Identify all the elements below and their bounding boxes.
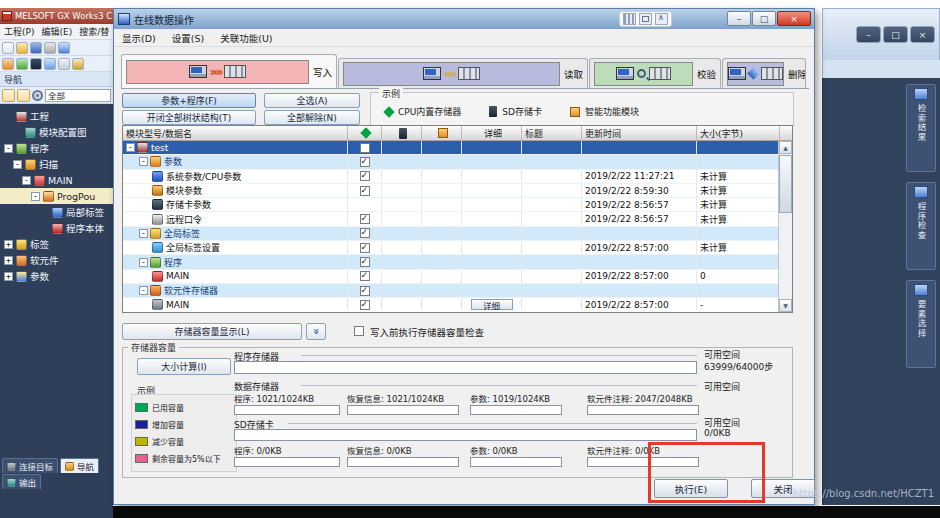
tree-item-progpou[interactable]: -ProgPou [0,188,113,204]
header-updated[interactable]: 更新时间 [582,126,697,140]
tool-icon-3[interactable] [30,58,42,70]
toggle-tree-button[interactable]: 开闭全部树状结构(T) [122,110,256,125]
menu-settings[interactable]: 设置(S) [172,31,204,45]
menu-display[interactable]: 显示(D) [122,31,156,45]
tree-item-local-label[interactable]: 局部标签 [0,204,113,220]
table-row[interactable]: -软元件存储器 [123,284,792,298]
tree-item-program[interactable]: -程序 [0,140,113,156]
tree-item-scan[interactable]: -扫描 [0,156,113,172]
dock-tab-1[interactable]: 检索结果 [906,84,936,172]
table-row[interactable]: MAIN详细2019/2/22 8:57:00- [123,298,792,310]
row-checkbox[interactable] [360,300,370,310]
row-checkbox[interactable] [360,186,370,196]
tool-icon-6[interactable] [72,58,84,70]
expand-toggle-icon[interactable]: - [4,144,13,153]
print-icon[interactable] [44,42,56,54]
expand-toggle-icon[interactable]: + [4,272,13,281]
tree-item-project[interactable]: 工程 [0,108,113,124]
expand-toggle-icon[interactable]: - [139,157,148,166]
table-row[interactable]: 模块参数2019/2/22 8:59:30未计算 [123,184,792,198]
dialog-maximize-button[interactable]: □ [752,11,776,26]
tool-icon-2[interactable] [16,58,28,70]
dock-tab-3[interactable]: 要素选择 [906,280,936,368]
tab-navigation[interactable]: 导航 [60,458,99,473]
row-checkbox[interactable] [360,271,370,281]
expand-icon[interactable] [639,13,652,25]
gear-icon[interactable] [32,90,43,101]
header-sd-card[interactable] [382,126,422,140]
help-icon[interactable] [58,42,70,54]
tree-item-label[interactable]: +标签 [0,236,113,252]
table-scrollbar[interactable]: ▲ ▼ [778,141,792,312]
header-title[interactable]: 标题 [522,126,582,140]
table-row[interactable]: MAIN2019/2/22 8:57:000 [123,270,792,284]
table-row[interactable]: -参数 [123,155,792,169]
chevron-up-icon[interactable] [655,13,668,25]
dialog-minimize-button[interactable]: – [727,11,751,26]
tool-icon-1[interactable] [2,58,14,70]
table-row[interactable]: 存储卡参数2019/2/22 8:56:57未计算 [123,198,792,212]
select-all-button[interactable]: 全选(A) [264,93,360,108]
save-icon[interactable] [30,42,42,54]
scrollbar-thumb[interactable] [779,155,792,213]
tab-output[interactable]: 输出 [2,474,41,489]
tree-item-parameter[interactable]: +参数 [0,268,113,284]
expand-toggle-icon[interactable]: - [139,229,148,238]
header-intelligent-module[interactable] [422,126,462,140]
tab-delete[interactable]: 删除 [722,58,806,88]
expand-toggle-icon[interactable]: - [13,160,22,169]
row-checkbox[interactable] [360,286,370,296]
row-checkbox[interactable] [360,214,370,224]
menu-related-functions[interactable]: 关联功能(U) [220,31,272,45]
table-row[interactable]: -test [123,141,792,155]
menu-edit[interactable]: 编辑(E) [41,25,72,38]
dock-tab-2[interactable]: 程序检查 [906,182,936,270]
param-program-button[interactable]: 参数+程序(F) [122,93,256,108]
row-checkbox[interactable] [360,157,370,167]
precheck-checkbox[interactable] [354,326,364,336]
nav-view-icon-2[interactable] [17,89,30,102]
tab-verify[interactable]: 校验 [589,58,721,88]
tree-item-program-body[interactable]: 程序本体 [0,220,113,236]
row-checkbox[interactable] [360,257,370,267]
header-size[interactable]: 大小(字节) [697,126,780,140]
close-button[interactable]: × [910,26,935,43]
row-checkbox[interactable] [360,228,370,238]
table-row[interactable]: 系统参数/CPU参数2019/2/22 11:27:21未计算 [123,170,792,184]
row-checkbox[interactable] [360,143,370,153]
menu-search[interactable]: 搜索/替 [79,25,109,38]
tab-connection-destination[interactable]: 连接目标 [2,458,58,473]
expand-toggle-icon[interactable]: - [22,176,31,185]
dialog-titlebar[interactable]: 在线数据操作 – □ × [114,9,814,29]
maximize-button[interactable]: □ [883,26,908,43]
grid-icon[interactable] [623,13,636,25]
capacity-collapse-button[interactable] [306,323,326,340]
tree-item-main[interactable]: -MAIN [0,172,113,188]
capacity-display-button[interactable]: 存储器容量显示(L) [122,323,302,340]
tree-item-module-config[interactable]: 模块配置图 [0,124,113,140]
table-row[interactable]: 远程口令2019/2/22 8:56:57未计算 [123,212,792,226]
detail-button[interactable]: 详细 [471,299,513,310]
expand-toggle-icon[interactable]: - [139,258,148,267]
deselect-all-button[interactable]: 全部解除(N) [264,110,360,125]
table-row[interactable]: -程序 [123,255,792,269]
menu-project[interactable]: 工程(P) [4,25,34,38]
row-checkbox[interactable] [360,243,370,253]
nav-filter-dropdown[interactable]: 全部 [45,89,111,102]
tab-write[interactable]: »»写入 [121,54,337,88]
tab-read[interactable]: ««读取 [338,58,588,88]
header-name[interactable]: 模块型号/数据名 [123,126,348,140]
expand-toggle-icon[interactable]: + [4,240,13,249]
table-row[interactable]: 全局标签设置2019/2/22 8:57:00未计算 [123,241,792,255]
tool-icon-5[interactable] [58,58,70,70]
scroll-down-icon[interactable]: ▼ [779,299,792,312]
tool-icon-4[interactable] [44,58,56,70]
minimize-button[interactable]: – [856,26,881,43]
expand-toggle-icon[interactable]: - [139,286,148,295]
nav-view-icon-1[interactable] [2,89,15,102]
expand-toggle-icon[interactable]: - [31,192,40,201]
header-cpu-memory[interactable] [348,126,382,140]
size-calc-button[interactable]: 大小计算(I) [137,358,231,375]
expand-toggle-icon[interactable]: - [126,143,135,152]
scroll-up-icon[interactable]: ▲ [779,141,792,154]
